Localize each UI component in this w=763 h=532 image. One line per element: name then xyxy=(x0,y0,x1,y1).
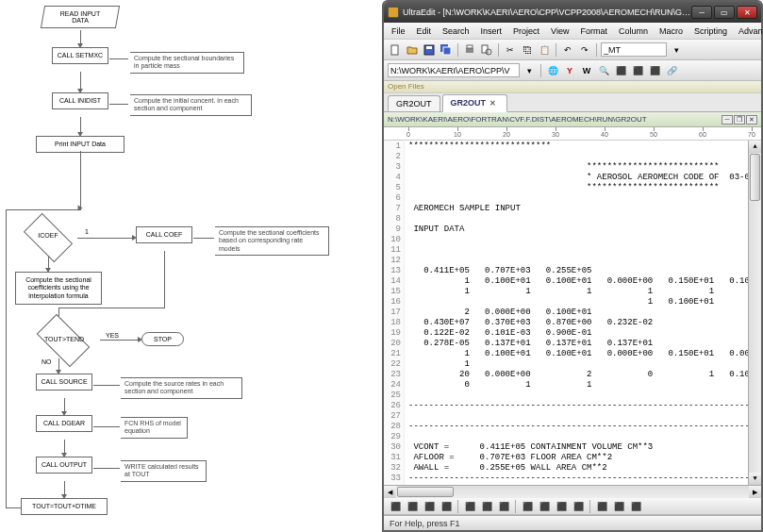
svg-rect-6 xyxy=(467,45,473,48)
tb-f-icon[interactable]: ⬛ xyxy=(479,499,494,514)
svg-rect-0 xyxy=(391,45,398,55)
doc-minimize-button[interactable]: ─ xyxy=(722,115,733,125)
statusbar: For Help, press F1 xyxy=(384,515,761,530)
tb-e-icon[interactable]: ⬛ xyxy=(462,499,477,514)
toolbar-books2-icon[interactable]: ⬛ xyxy=(630,63,645,78)
menu-edit[interactable]: Edit xyxy=(411,25,438,38)
maximize-button[interactable]: ▭ xyxy=(714,6,735,19)
label-yes: YES xyxy=(106,332,119,339)
menu-format[interactable]: Format xyxy=(574,25,613,38)
scroll-down-button[interactable]: ▼ xyxy=(749,473,761,485)
svg-rect-2 xyxy=(426,46,432,49)
tb-b-icon[interactable]: ⬛ xyxy=(405,499,420,514)
toolbar-paste-icon[interactable]: 📋 xyxy=(537,42,552,58)
window-title: UltraEdit - [N:\WORK\KAERI\AERO\CPP\VCPP… xyxy=(403,8,691,17)
node-call-source: CALL SOURCE xyxy=(36,374,92,391)
toolbar-dropdown-icon[interactable]: ▾ xyxy=(669,42,684,58)
tb-i-icon[interactable]: ⬛ xyxy=(537,499,552,514)
toolbar-yahoo-icon[interactable]: Y xyxy=(562,63,577,78)
toolbar-copy-icon[interactable]: ⿻ xyxy=(520,42,535,58)
toolbar-dropdown2-icon[interactable]: ▾ xyxy=(522,63,537,78)
node-tout-tend: TOUT>TEND xyxy=(26,321,102,358)
minimize-button[interactable]: ─ xyxy=(691,6,712,19)
line-gutter: 1 2 3 4 5 6 7 8 9 10 11 12 13 14 15 16 1… xyxy=(384,141,405,485)
toolbar-printpreview-icon[interactable] xyxy=(479,42,494,58)
note-dgear: FCN RHS of model equation xyxy=(121,417,187,439)
tab-close-icon[interactable]: ✕ xyxy=(489,99,499,108)
app-icon xyxy=(388,7,399,18)
toolbar-undo-icon[interactable]: ↶ xyxy=(560,42,575,58)
tb-c-icon[interactable]: ⬛ xyxy=(422,499,437,514)
tb-k-icon[interactable]: ⬛ xyxy=(571,499,586,514)
code-text[interactable]: **************************** ***********… xyxy=(405,141,748,485)
node-tout-dtime: TOUT=TOUT+DTIME xyxy=(21,498,108,515)
close-button[interactable]: ✕ xyxy=(737,6,757,19)
node-icoef: ICOEF xyxy=(17,219,79,257)
vertical-scrollbar[interactable]: ▲ ▼ xyxy=(748,141,761,485)
titlebar[interactable]: UltraEdit - [N:\WORK\KAERI\AERO\CPP\VCPP… xyxy=(384,2,761,23)
flowchart-panel: READ INPUT DATA CALL SETMXC Compute the … xyxy=(0,0,382,532)
find-combo[interactable] xyxy=(601,42,667,57)
tb-g-icon[interactable]: ⬛ xyxy=(496,499,511,514)
menu-file[interactable]: File xyxy=(386,25,411,38)
doc-restore-button[interactable]: ❐ xyxy=(734,115,745,125)
status-text: For Help, press F1 xyxy=(390,519,460,528)
label-no: NO xyxy=(41,358,52,365)
scroll-up-button[interactable]: ▲ xyxy=(749,141,761,153)
tb-j-icon[interactable]: ⬛ xyxy=(554,499,569,514)
node-call-coef: CALL COEF xyxy=(136,226,192,243)
note-inidist: Compute the initial concent. in each sec… xyxy=(130,94,251,116)
hscroll-thumb[interactable] xyxy=(397,487,454,497)
menu-macro[interactable]: Macro xyxy=(654,25,688,38)
tb-h-icon[interactable]: ⬛ xyxy=(520,499,535,514)
toolbar-print-icon[interactable] xyxy=(462,42,477,58)
toolbar-save-icon[interactable] xyxy=(422,42,437,58)
toolbar-wiki-icon[interactable]: W xyxy=(579,63,594,78)
node-call-inidist: CALL INIDIST xyxy=(52,92,108,109)
menu-project[interactable]: Project xyxy=(507,25,545,38)
scroll-right-button[interactable]: ▶ xyxy=(749,486,761,498)
tb-l-icon[interactable]: ⬛ xyxy=(594,499,609,514)
svg-rect-7 xyxy=(482,45,488,53)
toolbar-redo-icon[interactable]: ↷ xyxy=(577,42,592,58)
menu-view[interactable]: View xyxy=(545,25,574,38)
horizontal-scrollbar[interactable]: ◀ ▶ xyxy=(384,485,761,498)
document-path: N:\WORK\KAERI\AERO\FORTRAN\CVF.F.DIST\AE… xyxy=(388,115,647,124)
toolbar-bottom: ⬛ ⬛ ⬛ ⬛ ⬛ ⬛ ⬛ ⬛ ⬛ ⬛ ⬛ ⬛ ⬛ ⬛ xyxy=(384,498,761,515)
toolbar-books-icon[interactable]: ⬛ xyxy=(613,63,628,78)
path-input[interactable] xyxy=(388,63,520,77)
tb-a-icon[interactable]: ⬛ xyxy=(388,499,403,514)
toolbar-2: ▾ 🌐 Y W 🔍 ⬛ ⬛ ⬛ 🔗 xyxy=(384,60,761,81)
menu-scripting[interactable]: Scripting xyxy=(688,25,733,38)
toolbar-link-icon[interactable]: 🔗 xyxy=(664,63,679,78)
editor-window: UltraEdit - [N:\WORK\KAERI\AERO\CPP\VCPP… xyxy=(382,0,763,532)
tb-n-icon[interactable]: ⬛ xyxy=(628,499,643,514)
toolbar-globe-icon[interactable]: 🌐 xyxy=(545,63,560,78)
tb-d-icon[interactable]: ⬛ xyxy=(439,499,454,514)
scroll-thumb[interactable] xyxy=(750,154,760,201)
svg-rect-4 xyxy=(443,47,451,55)
node-call-setmxc: CALL SETMXC xyxy=(52,47,108,64)
note-setmxc: Compute the sectional boundaries in part… xyxy=(130,52,243,74)
ruler: 010203040506070 xyxy=(384,127,761,141)
node-stop: STOP xyxy=(141,332,184,346)
toolbar-new-icon[interactable] xyxy=(388,42,403,58)
toolbar-cut-icon[interactable]: ✂ xyxy=(503,42,518,58)
tab-gr2out-2[interactable]: GR2OUT✕ xyxy=(442,94,508,112)
toolbar-saveall-icon[interactable] xyxy=(439,42,454,58)
menu-column[interactable]: Column xyxy=(613,25,654,38)
menu-insert[interactable]: Insert xyxy=(475,25,508,38)
toolbar-search-icon[interactable]: 🔍 xyxy=(596,63,611,78)
document-header: N:\WORK\KAERI\AERO\FORTRAN\CVF.F.DIST\AE… xyxy=(384,112,761,127)
tab-gr2out-1[interactable]: GR2OUT xyxy=(388,95,440,111)
toolbar-open-icon[interactable] xyxy=(405,42,420,58)
tb-m-icon[interactable]: ⬛ xyxy=(611,499,626,514)
doc-close-button[interactable]: ✕ xyxy=(746,115,757,125)
menu-search[interactable]: Search xyxy=(437,25,475,38)
open-files-label: Open Files xyxy=(384,81,761,93)
file-tabs: GR2OUT GR2OUT✕ xyxy=(384,93,761,112)
node-call-output: CALL OUTPUT xyxy=(36,457,92,474)
menu-advanced[interactable]: Advanced xyxy=(733,25,763,38)
toolbar-books3-icon[interactable]: ⬛ xyxy=(647,63,662,78)
scroll-left-button[interactable]: ◀ xyxy=(384,486,396,498)
